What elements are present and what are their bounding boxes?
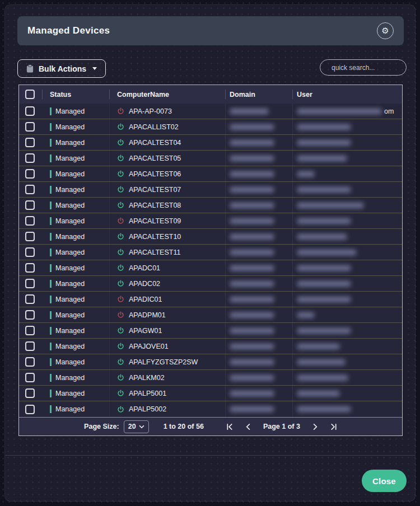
page-size-select[interactable]: 20 bbox=[124, 420, 149, 433]
row-checkbox[interactable] bbox=[25, 341, 35, 351]
row-checkbox[interactable] bbox=[25, 200, 35, 210]
bulk-actions-label: Bulk Actions bbox=[39, 64, 86, 73]
status-text: Managed bbox=[55, 170, 85, 178]
domain-redacted bbox=[230, 344, 274, 349]
domain-redacted bbox=[230, 156, 274, 161]
domain-redacted bbox=[230, 375, 274, 381]
status-text: Managed bbox=[55, 186, 85, 194]
power-icon bbox=[117, 139, 124, 146]
select-all-checkbox[interactable] bbox=[25, 90, 35, 99]
row-checkbox[interactable] bbox=[25, 326, 35, 335]
status-accent-bar bbox=[50, 139, 52, 147]
row-checkbox[interactable] bbox=[25, 279, 35, 288]
row-checkbox[interactable] bbox=[25, 169, 35, 179]
status-text: Managed bbox=[55, 202, 85, 209]
row-checkbox[interactable] bbox=[25, 232, 35, 241]
bulk-actions-button[interactable]: Bulk Actions bbox=[17, 59, 106, 78]
domain-redacted bbox=[230, 218, 274, 224]
page-size-value: 20 bbox=[128, 423, 136, 430]
row-checkbox[interactable] bbox=[25, 185, 35, 194]
status-text: Managed bbox=[55, 311, 85, 319]
computer-name: APADC02 bbox=[129, 280, 160, 288]
user-redacted bbox=[297, 281, 351, 287]
modal-header: Managed Devices ⚙ bbox=[17, 16, 404, 45]
row-checkbox[interactable] bbox=[25, 138, 35, 147]
last-page-button[interactable] bbox=[330, 423, 337, 430]
table-row: Managed APAJOVE01 bbox=[19, 339, 402, 354]
chevron-left-icon bbox=[245, 423, 252, 430]
settings-button[interactable]: ⚙ bbox=[377, 22, 394, 39]
power-icon bbox=[117, 390, 124, 397]
status-text: Managed bbox=[55, 343, 85, 350]
table-row: Managed APA-AP-0073 om bbox=[19, 104, 402, 119]
close-button[interactable]: Close bbox=[362, 470, 407, 492]
power-icon bbox=[117, 327, 124, 334]
status-accent-bar bbox=[50, 358, 52, 366]
page-title: Managed Devices bbox=[27, 25, 110, 36]
row-checkbox[interactable] bbox=[25, 357, 35, 367]
table-row: Managed APADC01 bbox=[19, 260, 402, 276]
status-accent-bar bbox=[50, 311, 52, 319]
user-redacted bbox=[297, 265, 351, 271]
status-accent-bar bbox=[50, 233, 52, 241]
row-checkbox[interactable] bbox=[25, 153, 35, 163]
table-row: Managed APALP5002 bbox=[19, 401, 402, 417]
computer-name: APALP5002 bbox=[129, 405, 166, 413]
user-redacted bbox=[297, 203, 363, 208]
power-icon bbox=[117, 154, 124, 162]
next-page-button[interactable] bbox=[311, 423, 319, 430]
status-text: Managed bbox=[55, 358, 85, 366]
status-text: Managed bbox=[55, 217, 85, 225]
row-checkbox[interactable] bbox=[25, 122, 35, 132]
table-row: Managed APADIC01 bbox=[19, 292, 402, 307]
user-redacted bbox=[297, 156, 347, 161]
row-range-text: 1 to 20 of 56 bbox=[164, 423, 204, 430]
domain-redacted bbox=[230, 312, 274, 318]
row-checkbox[interactable] bbox=[25, 405, 35, 414]
row-checkbox[interactable] bbox=[25, 294, 35, 304]
power-icon bbox=[117, 280, 124, 287]
row-checkbox[interactable] bbox=[25, 216, 35, 226]
devices-table: Status ComputerName Domain User Managed … bbox=[18, 85, 403, 436]
row-checkbox[interactable] bbox=[25, 388, 35, 398]
row-checkbox[interactable] bbox=[25, 373, 35, 382]
table-row: Managed APACALTEST11 bbox=[19, 245, 402, 260]
computer-name: APACALTEST08 bbox=[129, 202, 181, 209]
row-checkbox[interactable] bbox=[25, 247, 35, 257]
status-accent-bar bbox=[50, 374, 52, 382]
column-header-status: Status bbox=[42, 85, 109, 104]
domain-redacted bbox=[230, 187, 274, 193]
power-icon bbox=[117, 374, 124, 381]
power-icon bbox=[117, 296, 124, 303]
status-text: Managed bbox=[55, 249, 85, 256]
domain-redacted bbox=[230, 328, 274, 334]
row-checkbox[interactable] bbox=[25, 263, 35, 273]
computer-name: APADC01 bbox=[129, 264, 160, 272]
domain-redacted bbox=[230, 281, 274, 287]
quick-search-input[interactable] bbox=[320, 59, 407, 76]
domain-redacted bbox=[230, 171, 274, 177]
table-row: Managed APACALTEST08 bbox=[19, 198, 402, 213]
power-icon bbox=[117, 358, 124, 366]
user-redacted bbox=[297, 359, 345, 365]
power-icon bbox=[117, 343, 124, 350]
first-page-button[interactable] bbox=[226, 423, 234, 430]
user-redacted bbox=[297, 171, 314, 177]
prev-page-button[interactable] bbox=[245, 423, 252, 430]
column-header-computername: ComputerName bbox=[109, 85, 225, 104]
chevron-down-icon bbox=[92, 67, 97, 70]
status-text: Managed bbox=[55, 327, 85, 335]
power-icon bbox=[117, 123, 124, 130]
table-row: Managed APACALTEST06 bbox=[19, 166, 402, 182]
status-text: Managed bbox=[55, 233, 85, 241]
table-row: Managed APADPM01 bbox=[19, 307, 402, 323]
row-checkbox[interactable] bbox=[25, 310, 35, 320]
status-text: Managed bbox=[55, 264, 85, 272]
computer-name: APACALTEST04 bbox=[129, 139, 181, 147]
footer-divider bbox=[5, 455, 415, 456]
status-text: Managed bbox=[55, 374, 85, 382]
table-row: Managed APALP5001 bbox=[19, 386, 402, 401]
row-checkbox[interactable] bbox=[25, 106, 35, 116]
user-redacted bbox=[297, 328, 351, 334]
power-icon bbox=[117, 186, 124, 193]
